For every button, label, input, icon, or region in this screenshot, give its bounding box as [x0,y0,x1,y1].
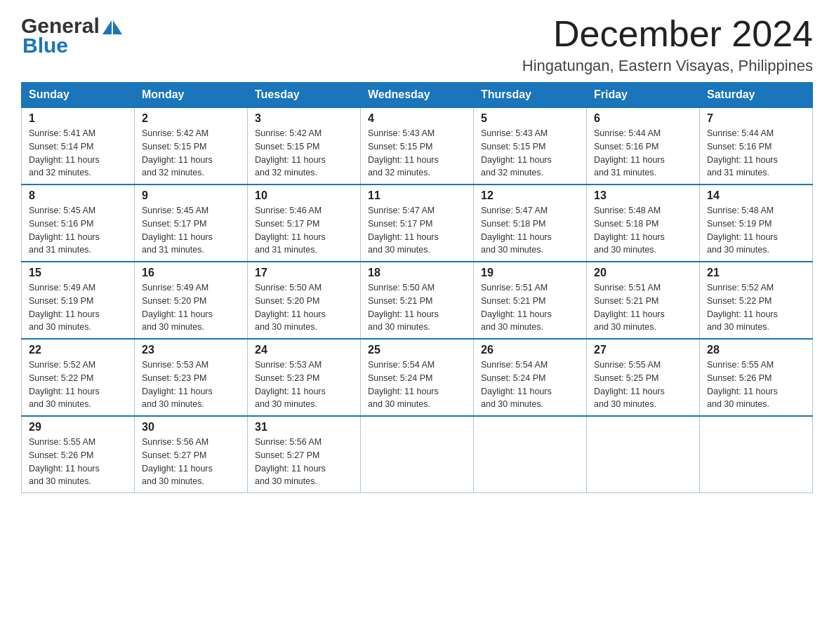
day-info: Sunrise: 5:55 AM Sunset: 5:26 PM Dayligh… [707,358,805,411]
day-number: 30 [142,421,240,434]
day-number: 31 [255,421,353,434]
calendar-cell: 8 Sunrise: 5:45 AM Sunset: 5:16 PM Dayli… [22,185,135,262]
calendar-cell: 19 Sunrise: 5:51 AM Sunset: 5:21 PM Dayl… [474,262,587,339]
calendar-cell: 14 Sunrise: 5:48 AM Sunset: 5:19 PM Dayl… [700,185,813,262]
month-title: December 2024 [522,14,813,54]
col-sunday: Sunday [22,83,135,108]
day-info: Sunrise: 5:42 AM Sunset: 5:15 PM Dayligh… [142,127,240,180]
day-info: Sunrise: 5:53 AM Sunset: 5:23 PM Dayligh… [142,358,240,411]
calendar-cell: 13 Sunrise: 5:48 AM Sunset: 5:18 PM Dayl… [587,185,700,262]
calendar-cell: 11 Sunrise: 5:47 AM Sunset: 5:17 PM Dayl… [361,185,474,262]
calendar-cell: 20 Sunrise: 5:51 AM Sunset: 5:21 PM Dayl… [587,262,700,339]
day-number: 12 [481,189,579,202]
week-row: 8 Sunrise: 5:45 AM Sunset: 5:16 PM Dayli… [22,185,813,262]
calendar-cell: 18 Sunrise: 5:50 AM Sunset: 5:21 PM Dayl… [361,262,474,339]
day-number: 6 [594,112,692,125]
day-info: Sunrise: 5:54 AM Sunset: 5:24 PM Dayligh… [481,358,579,411]
day-number: 15 [29,267,127,279]
week-row: 29 Sunrise: 5:55 AM Sunset: 5:26 PM Dayl… [22,416,813,493]
calendar-cell [474,416,587,493]
day-number: 13 [594,189,692,202]
day-info: Sunrise: 5:52 AM Sunset: 5:22 PM Dayligh… [707,281,805,334]
calendar-cell: 5 Sunrise: 5:43 AM Sunset: 5:15 PM Dayli… [474,107,587,185]
day-info: Sunrise: 5:42 AM Sunset: 5:15 PM Dayligh… [255,127,353,180]
page-header: General Blue December 2024 Hingatungan, … [21,14,813,75]
day-number: 22 [29,344,127,356]
calendar-cell: 7 Sunrise: 5:44 AM Sunset: 5:16 PM Dayli… [700,107,813,185]
title-section: December 2024 Hingatungan, Eastern Visay… [522,14,813,75]
col-friday: Friday [587,83,700,108]
day-number: 10 [255,189,353,202]
calendar-cell [700,416,813,493]
day-number: 21 [707,267,805,279]
day-info: Sunrise: 5:41 AM Sunset: 5:14 PM Dayligh… [29,127,127,180]
day-info: Sunrise: 5:49 AM Sunset: 5:19 PM Dayligh… [29,281,127,334]
calendar-cell: 23 Sunrise: 5:53 AM Sunset: 5:23 PM Dayl… [135,339,248,416]
calendar-cell: 9 Sunrise: 5:45 AM Sunset: 5:17 PM Dayli… [135,185,248,262]
calendar-cell: 29 Sunrise: 5:55 AM Sunset: 5:26 PM Dayl… [22,416,135,493]
day-number: 19 [481,267,579,279]
day-number: 3 [255,112,353,125]
day-number: 29 [29,421,127,434]
calendar-cell [587,416,700,493]
day-info: Sunrise: 5:49 AM Sunset: 5:20 PM Dayligh… [142,281,240,334]
day-number: 27 [594,344,692,356]
day-info: Sunrise: 5:44 AM Sunset: 5:16 PM Dayligh… [707,127,805,180]
day-info: Sunrise: 5:51 AM Sunset: 5:21 PM Dayligh… [594,281,692,334]
day-info: Sunrise: 5:50 AM Sunset: 5:20 PM Dayligh… [255,281,353,334]
day-info: Sunrise: 5:46 AM Sunset: 5:17 PM Dayligh… [255,204,353,257]
calendar-cell: 10 Sunrise: 5:46 AM Sunset: 5:17 PM Dayl… [248,185,361,262]
week-row: 15 Sunrise: 5:49 AM Sunset: 5:19 PM Dayl… [22,262,813,339]
calendar-cell: 30 Sunrise: 5:56 AM Sunset: 5:27 PM Dayl… [135,416,248,493]
calendar-cell: 16 Sunrise: 5:49 AM Sunset: 5:20 PM Dayl… [135,262,248,339]
day-info: Sunrise: 5:55 AM Sunset: 5:26 PM Dayligh… [29,436,127,488]
day-info: Sunrise: 5:53 AM Sunset: 5:23 PM Dayligh… [255,358,353,411]
col-thursday: Thursday [474,83,587,108]
calendar-header-row: Sunday Monday Tuesday Wednesday Thursday… [22,83,813,108]
calendar-cell: 27 Sunrise: 5:55 AM Sunset: 5:25 PM Dayl… [587,339,700,416]
calendar-cell: 17 Sunrise: 5:50 AM Sunset: 5:20 PM Dayl… [248,262,361,339]
day-info: Sunrise: 5:52 AM Sunset: 5:22 PM Dayligh… [29,358,127,411]
day-number: 1 [29,112,127,125]
calendar-cell: 24 Sunrise: 5:53 AM Sunset: 5:23 PM Dayl… [248,339,361,416]
day-number: 2 [142,112,240,125]
calendar-table: Sunday Monday Tuesday Wednesday Thursday… [21,82,813,493]
day-number: 4 [368,112,466,125]
day-number: 16 [142,267,240,279]
calendar-cell: 22 Sunrise: 5:52 AM Sunset: 5:22 PM Dayl… [22,339,135,416]
calendar-cell: 15 Sunrise: 5:49 AM Sunset: 5:19 PM Dayl… [22,262,135,339]
day-number: 26 [481,344,579,356]
calendar-cell: 12 Sunrise: 5:47 AM Sunset: 5:18 PM Dayl… [474,185,587,262]
day-number: 5 [481,112,579,125]
col-wednesday: Wednesday [361,83,474,108]
day-info: Sunrise: 5:47 AM Sunset: 5:18 PM Dayligh… [481,204,579,257]
calendar-cell: 28 Sunrise: 5:55 AM Sunset: 5:26 PM Dayl… [700,339,813,416]
day-number: 18 [368,267,466,279]
col-tuesday: Tuesday [248,83,361,108]
calendar-cell: 6 Sunrise: 5:44 AM Sunset: 5:16 PM Dayli… [587,107,700,185]
day-number: 28 [707,344,805,356]
day-number: 20 [594,267,692,279]
col-monday: Monday [135,83,248,108]
day-info: Sunrise: 5:43 AM Sunset: 5:15 PM Dayligh… [481,127,579,180]
day-info: Sunrise: 5:55 AM Sunset: 5:25 PM Dayligh… [594,358,692,411]
day-info: Sunrise: 5:56 AM Sunset: 5:27 PM Dayligh… [255,436,353,488]
day-number: 14 [707,189,805,202]
day-info: Sunrise: 5:44 AM Sunset: 5:16 PM Dayligh… [594,127,692,180]
calendar-cell: 31 Sunrise: 5:56 AM Sunset: 5:27 PM Dayl… [248,416,361,493]
day-info: Sunrise: 5:48 AM Sunset: 5:18 PM Dayligh… [594,204,692,257]
day-number: 11 [368,189,466,202]
day-number: 7 [707,112,805,125]
day-number: 9 [142,189,240,202]
calendar-cell: 3 Sunrise: 5:42 AM Sunset: 5:15 PM Dayli… [248,107,361,185]
calendar-cell: 21 Sunrise: 5:52 AM Sunset: 5:22 PM Dayl… [700,262,813,339]
location-title: Hingatungan, Eastern Visayas, Philippine… [522,57,813,75]
calendar-cell: 1 Sunrise: 5:41 AM Sunset: 5:14 PM Dayli… [22,107,135,185]
logo: General Blue [21,14,122,56]
day-number: 8 [29,189,127,202]
day-info: Sunrise: 5:45 AM Sunset: 5:16 PM Dayligh… [29,204,127,257]
logo-blue-text: Blue [21,35,122,56]
day-number: 25 [368,344,466,356]
day-info: Sunrise: 5:50 AM Sunset: 5:21 PM Dayligh… [368,281,466,334]
calendar-cell: 26 Sunrise: 5:54 AM Sunset: 5:24 PM Dayl… [474,339,587,416]
